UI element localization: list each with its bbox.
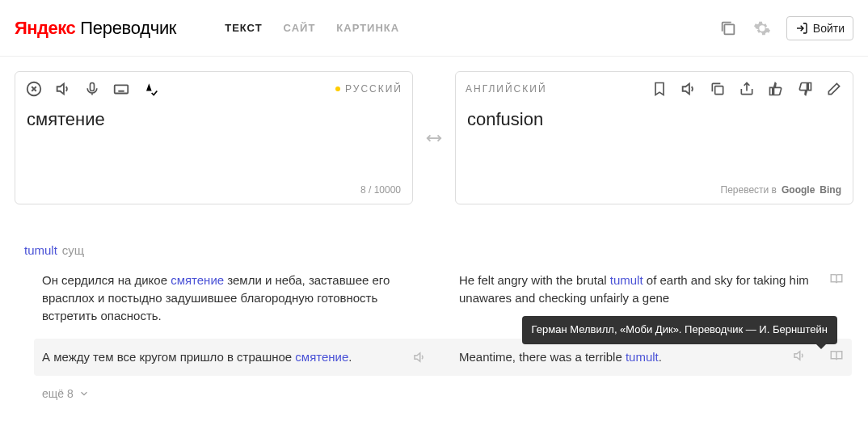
tab-image[interactable]: КАРТИНКА: [336, 22, 399, 34]
speaker-example-icon[interactable]: [412, 350, 427, 364]
svg-rect-2: [91, 83, 95, 91]
translate-in-label: Перевести в: [721, 184, 777, 196]
lang-detected-dot: [335, 86, 340, 91]
target-text: confusion: [456, 106, 853, 178]
speaker-example-icon[interactable]: [792, 348, 807, 363]
chevron-down-icon: [78, 388, 90, 399]
svg-rect-3: [115, 85, 129, 93]
source-text[interactable]: смятение: [15, 106, 412, 178]
google-link[interactable]: Google: [782, 184, 815, 196]
mic-icon[interactable]: [83, 80, 101, 98]
edit-icon[interactable]: [825, 80, 843, 98]
logo-brand: Яндекс: [15, 18, 75, 39]
target-panel: АНГЛИЙСКИЙ confusion: [455, 71, 853, 204]
thumbs-down-icon[interactable]: [796, 80, 814, 98]
bookmark-icon[interactable]: [651, 80, 668, 98]
tab-site[interactable]: САЙТ: [284, 22, 316, 34]
settings-icon[interactable]: [752, 19, 772, 38]
example-row: А между тем все кругом пришло в страшное…: [34, 339, 852, 376]
clear-icon[interactable]: [25, 80, 43, 98]
dict-pos: сущ: [62, 243, 84, 257]
tab-text[interactable]: ТЕКСТ: [225, 22, 262, 34]
example-target: He felt angry with the brutal tumult of …: [459, 272, 823, 307]
source-panel: РУССКИЙ смятение 8 / 10000: [15, 71, 413, 204]
login-label: Войти: [813, 22, 845, 35]
spellcheck-icon[interactable]: [141, 80, 159, 98]
svg-rect-0: [724, 24, 734, 34]
dictionary-section: tumult сущ Он сердился на дикое смятение…: [0, 219, 868, 400]
book-icon[interactable]: [829, 348, 844, 363]
login-button[interactable]: Войти: [786, 16, 853, 40]
bing-link[interactable]: Bing: [820, 184, 841, 196]
mode-tabs: ТЕКСТ САЙТ КАРТИНКА: [225, 22, 399, 34]
translate-panels: РУССКИЙ смятение 8 / 10000 АНГЛИЙСКИЙ: [0, 57, 868, 219]
logo[interactable]: Яндекс Переводчик: [15, 18, 176, 39]
speaker-source-icon[interactable]: [54, 80, 72, 98]
example-source: Он сердился на дикое смятение земли и не…: [42, 272, 427, 324]
target-lang[interactable]: АНГЛИЙСКИЙ: [466, 83, 547, 95]
example-source: А между тем все кругом пришло в страшное…: [42, 348, 427, 366]
source-tooltip: Герман Мелвилл, «Моби Дик». Переводчик —…: [522, 316, 837, 344]
example-target: Meantime, there was a terrible tumult.: [459, 348, 786, 366]
logo-product: Переводчик: [80, 18, 176, 39]
speaker-target-icon[interactable]: [680, 80, 697, 98]
source-lang[interactable]: РУССКИЙ: [335, 83, 402, 95]
keyboard-icon[interactable]: [112, 80, 130, 98]
copy-icon[interactable]: [709, 80, 727, 98]
char-counter: 8 / 10000: [360, 184, 401, 196]
swap-languages-icon[interactable]: [420, 71, 448, 204]
header: Яндекс Переводчик ТЕКСТ САЙТ КАРТИНКА Во…: [0, 0, 868, 57]
show-more[interactable]: ещё 8: [42, 387, 844, 400]
collections-icon[interactable]: [718, 19, 738, 38]
svg-rect-4: [715, 86, 723, 95]
share-icon[interactable]: [738, 80, 756, 98]
book-icon[interactable]: [829, 272, 844, 286]
thumbs-up-icon[interactable]: [767, 80, 785, 98]
dict-word[interactable]: tumult: [24, 243, 57, 257]
